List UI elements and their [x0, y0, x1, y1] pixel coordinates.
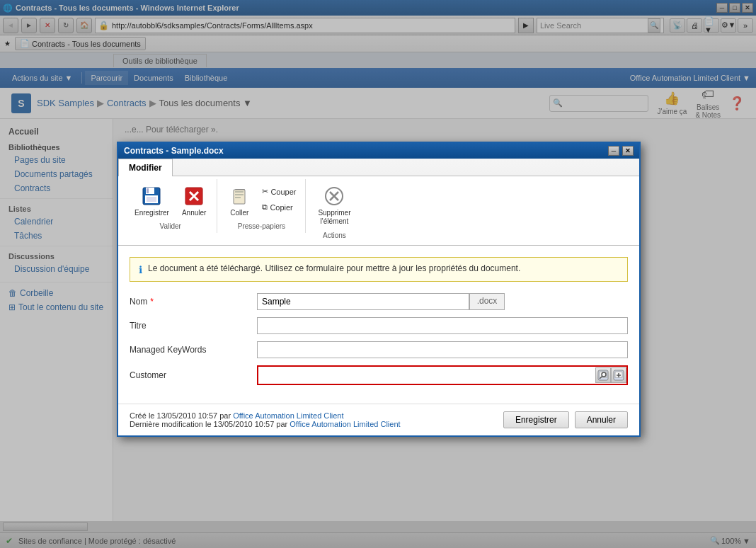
coller-button[interactable]: Coller — [223, 182, 256, 219]
customer-label-text: Customer — [130, 370, 166, 380]
ribbon-content: Enregistrer Annuler — [118, 176, 639, 245]
nom-label-text: Nom — [130, 297, 147, 307]
customer-row: Customer — [130, 365, 628, 385]
valider-buttons: Enregistrer Annuler — [130, 182, 211, 219]
enregistrer-ribbon-button[interactable]: Enregistrer — [130, 182, 174, 219]
nom-required: * — [150, 297, 154, 307]
supprimer-label: Supprimerl'élément — [318, 209, 350, 226]
svg-rect-12 — [235, 197, 241, 198]
modified-info: Dernière modification le 13/05/2010 10:5… — [130, 420, 401, 428]
coller-icon — [228, 185, 251, 207]
modal-titlebar: Contracts - Sample.docx ─ ✕ — [118, 143, 639, 159]
modified-text: Dernière modification le 13/05/2010 10:5… — [130, 420, 287, 428]
modified-by-link[interactable]: Office Automation Limited Client — [290, 420, 400, 428]
actions-buttons: Supprimerl'élément — [313, 182, 355, 229]
customer-label: Customer — [130, 370, 257, 380]
valider-group-label: Valider — [159, 222, 181, 230]
created-by-link[interactable]: Office Automation Limited Client — [233, 411, 343, 420]
couper-label: Couper — [270, 188, 296, 196]
coller-container: Coller — [223, 182, 256, 219]
info-text: Le document a été téléchargé. Utilisez c… — [148, 263, 520, 273]
modal-overlay: Contracts - Sample.docx ─ ✕ Modifier — [0, 0, 756, 548]
presse-papiers-group-label: Presse-papiers — [238, 222, 285, 230]
copier-label: Copier — [270, 203, 292, 212]
svg-rect-11 — [235, 194, 244, 195]
customer-browse-button[interactable] — [595, 367, 611, 383]
annuler-label: Annuler — [182, 209, 206, 217]
customer-input-container — [257, 365, 628, 385]
couper-button[interactable]: ✂ Couper — [258, 185, 299, 198]
cut-copy-container: ✂ Couper ⧉ Copier — [258, 182, 299, 214]
svg-rect-10 — [235, 191, 244, 193]
ribbon-group-presse-papiers: Coller ✂ Couper ⧉ Copier — [217, 179, 306, 233]
modal-title: Contracts - Sample.docx — [124, 146, 224, 156]
titre-input[interactable] — [257, 317, 628, 334]
customer-input[interactable] — [258, 367, 595, 384]
nom-ext: .docx — [469, 293, 505, 310]
couper-icon: ✂ — [262, 187, 268, 196]
nom-label: Nom * — [130, 297, 257, 307]
copier-icon: ⧉ — [262, 202, 268, 212]
nom-input[interactable] — [257, 293, 469, 310]
enregistrer-icon — [140, 185, 163, 207]
customer-add-button[interactable] — [611, 367, 626, 383]
enregistrer-label: Enregistrer — [134, 209, 169, 217]
titre-label-text: Titre — [130, 321, 147, 331]
annuler-icon — [183, 185, 205, 207]
keywords-label-text: Managed KeyWords — [130, 345, 207, 355]
annuler-ribbon-button[interactable]: Annuler — [177, 182, 211, 219]
copier-button[interactable]: ⧉ Copier — [258, 200, 299, 214]
cancel-button[interactable]: Annuler — [575, 411, 628, 428]
nom-row: Nom * .docx — [130, 293, 628, 310]
svg-rect-2 — [147, 188, 149, 193]
ribbon-group-valider: Enregistrer Annuler — [124, 179, 217, 233]
info-banner: ℹ Le document a été téléchargé. Utilisez… — [130, 257, 628, 282]
ribbon-group-actions: Supprimerl'élément Actions — [306, 179, 362, 242]
modal-minimize-button[interactable]: ─ — [608, 146, 619, 156]
modal-controls: ─ ✕ — [608, 146, 634, 156]
supprimer-button[interactable]: Supprimerl'élément — [313, 182, 355, 229]
coller-label: Coller — [230, 209, 248, 217]
form-body: ℹ Le document a été téléchargé. Utilisez… — [118, 246, 639, 404]
footer-buttons: Enregistrer Annuler — [503, 411, 628, 428]
supprimer-icon — [323, 185, 345, 207]
actions-group-label: Actions — [323, 232, 346, 239]
titre-row: Titre — [130, 317, 628, 334]
svg-rect-4 — [147, 197, 156, 202]
ribbon: Modifier — [118, 159, 639, 246]
created-info: Créé le 13/05/2010 10:57 par Office Auto… — [130, 411, 401, 420]
created-text: Créé le 13/05/2010 10:57 par — [130, 411, 231, 420]
form-footer: Créé le 13/05/2010 10:57 par Office Auto… — [118, 404, 639, 435]
titre-label: Titre — [130, 321, 257, 331]
ribbon-tabs: Modifier — [118, 159, 639, 176]
ribbon-tab-modifier[interactable]: Modifier — [118, 159, 173, 176]
browser-window: 🌐 Contracts - Tous les documents - Windo… — [0, 0, 756, 548]
keywords-label: Managed KeyWords — [130, 345, 257, 355]
modal-close-button[interactable]: ✕ — [622, 146, 634, 156]
modal-window: Contracts - Sample.docx ─ ✕ Modifier — [117, 142, 641, 437]
save-button[interactable]: Enregistrer — [503, 411, 569, 428]
footer-info: Créé le 13/05/2010 10:57 par Office Auto… — [130, 411, 401, 428]
info-icon: ℹ — [139, 264, 142, 275]
keywords-input[interactable] — [257, 341, 628, 358]
keywords-row: Managed KeyWords — [130, 341, 628, 358]
presse-papiers-buttons: Coller ✂ Couper ⧉ Copier — [223, 182, 299, 219]
